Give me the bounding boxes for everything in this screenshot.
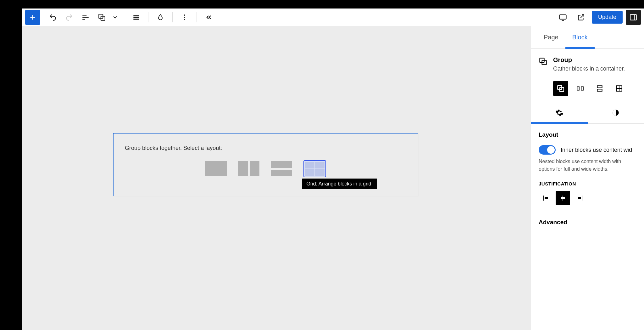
justify-left-button[interactable] [539,191,553,205]
justify-left-icon [542,194,550,202]
svg-rect-23 [561,197,565,199]
align-button[interactable] [129,10,144,25]
block-card-header: Group Gather blocks in a container. [539,56,636,72]
svg-rect-15 [581,87,583,90]
desktop-icon [558,13,567,22]
layout-option-grid-container: Grid: Arrange blocks in a grid. [303,160,326,177]
group-icon [557,84,565,93]
content-width-toggle-row: Inner blocks use content wid [539,145,636,155]
row-half-icon [250,161,259,176]
svg-rect-14 [577,87,579,90]
svg-rect-21 [545,197,548,199]
tab-page-label: Page [544,34,558,41]
layout-panel-title: Layout [539,131,636,138]
stack-icon [596,84,604,93]
svg-rect-9 [630,14,636,20]
document-overview-button[interactable] [78,10,93,25]
variation-stack[interactable] [592,81,607,96]
chevrons-left-icon [205,14,213,21]
grid-cell-icon [315,169,325,176]
block-parent-selector[interactable] [94,10,109,25]
layout-options: Grid: Arrange blocks in a grid. [125,160,407,177]
styles-icon [612,109,620,117]
preview-button[interactable] [574,10,589,25]
toolbar-divider [124,12,124,22]
svg-point-7 [184,19,185,20]
svg-rect-8 [559,14,566,19]
justify-center-icon [559,194,567,202]
placeholder-prompt: Group blocks together. Select a layout: [125,145,407,151]
toolbar-divider [148,12,148,22]
inspector-tab-styles[interactable] [588,102,644,123]
collapse-toolbar-button[interactable] [201,10,216,25]
list-view-icon [81,13,90,21]
editor-frame: Update Group blocks together. Select a l… [22,9,644,330]
grid-cell-icon [305,169,314,176]
block-card: Group Gather blocks in a container. [531,49,644,102]
color-button[interactable] [153,10,168,25]
layout-option-stack[interactable] [271,161,292,176]
settings-sidebar: Page Block Group Gather blocks in a cont… [531,26,644,330]
svg-rect-20 [543,196,544,201]
chevron-down-icon [112,14,118,20]
justification-controls [539,191,636,205]
svg-rect-3 [133,15,139,16]
grid-tooltip: Grid: Arrange blocks in a grid. [302,179,377,189]
droplet-icon [157,14,164,21]
view-button[interactable] [555,10,570,25]
svg-rect-25 [578,197,581,199]
content-width-toggle-label: Inner blocks use content wid [561,147,632,153]
advanced-panel[interactable]: Advanced [531,211,644,231]
justify-center-button[interactable] [556,191,570,205]
block-options-button[interactable] [177,10,192,25]
plus-icon [29,13,37,21]
block-card-icon [539,57,547,66]
svg-rect-2 [133,16,139,18]
stack-bar-icon [271,170,292,176]
group-block-placeholder: Group blocks together. Select a layout: [113,133,418,196]
content-width-help: Nested blocks use content width with opt… [539,158,636,173]
toolbar-divider [172,12,173,22]
tab-block[interactable]: Block [565,26,595,48]
inspector-tab-settings[interactable] [531,102,588,123]
grid-icon [615,84,623,93]
layout-option-row[interactable] [238,161,259,176]
block-mover[interactable] [111,10,119,25]
stack-bar-icon [271,161,292,168]
undo-button[interactable] [45,10,60,25]
layout-panel: Layout Inner blocks use content wid Nest… [531,124,644,211]
justify-right-icon [576,194,584,202]
redo-button[interactable] [62,10,77,25]
justify-right-button[interactable] [573,191,587,205]
variation-group[interactable] [553,81,568,96]
tab-block-label: Block [572,34,588,41]
content-width-toggle[interactable] [539,145,556,155]
svg-point-6 [184,17,185,18]
svg-rect-16 [597,86,602,88]
layout-option-group[interactable] [205,161,227,176]
toolbar-divider [197,12,197,22]
variation-grid[interactable] [612,81,627,96]
grid-cell-icon [305,162,314,168]
toolbar-left [25,10,216,25]
block-inserter-button[interactable] [25,10,40,25]
block-card-title: Group [553,56,625,64]
undo-icon [49,13,57,21]
layout-option-grid[interactable] [303,160,326,177]
grid-cell-icon [315,162,325,168]
editor-canvas[interactable]: Group blocks together. Select a layout: [22,26,531,330]
group-icon [98,13,106,21]
update-label: Update [598,14,616,20]
variation-row[interactable] [573,81,588,96]
svg-rect-17 [597,89,602,91]
svg-rect-24 [582,196,582,201]
settings-sidebar-toggle[interactable] [626,10,641,25]
tab-page[interactable]: Page [537,26,565,48]
toolbar-right: Update [555,10,641,25]
inspector-tabs [531,102,644,124]
top-toolbar: Update [22,9,644,26]
main-area: Group blocks together. Select a layout: [22,26,644,330]
row-half-icon [238,161,248,176]
svg-point-5 [184,14,185,16]
update-button[interactable]: Update [592,11,623,24]
